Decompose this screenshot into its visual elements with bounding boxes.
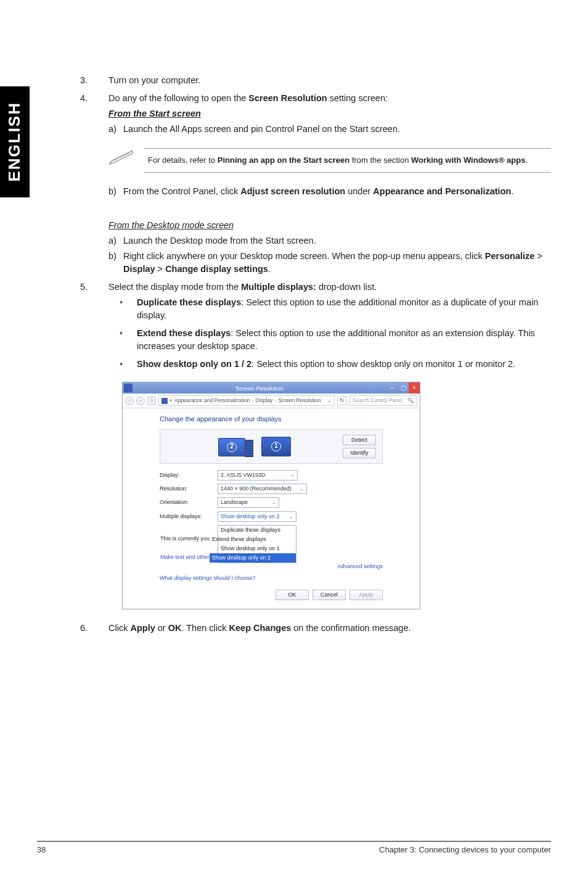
window-titlebar[interactable]: Screen Resolution – ▢ × xyxy=(123,382,420,394)
step-3-number: 3. xyxy=(80,74,108,87)
screen-resolution-window: Screen Resolution – ▢ × ‹ › ↑ « Appearan… xyxy=(122,382,420,609)
maximize-button[interactable]: ▢ xyxy=(398,382,409,394)
chevron-down-icon: ⌄ xyxy=(290,471,295,479)
svg-line-0 xyxy=(113,153,131,161)
orientation-select[interactable]: Landscape⌄ xyxy=(218,497,279,508)
breadcrumb[interactable]: « Appearance and Personalization› Displa… xyxy=(158,395,335,405)
step-4-number: 4. xyxy=(80,92,108,138)
window-icon xyxy=(124,384,133,392)
note-box: For details, refer to Pinning an app on … xyxy=(144,148,551,173)
search-icon: 🔍 xyxy=(407,397,414,404)
bullet-icon: • xyxy=(108,296,137,322)
from-desktop-heading: From the Desktop mode screen xyxy=(108,219,551,232)
ok-button[interactable]: OK xyxy=(276,590,309,600)
panel-heading: Change the appearance of your displays xyxy=(160,415,383,424)
language-tab: ENGLISH xyxy=(0,86,30,197)
step-4db-label: b) xyxy=(108,250,123,276)
cancel-button[interactable]: Cancel xyxy=(312,590,346,600)
display-label: Display: xyxy=(160,471,218,479)
bullet-2: Extend these displays: Select this optio… xyxy=(137,327,551,353)
advanced-settings-link[interactable]: Advanced settings xyxy=(337,563,383,571)
bullet-icon: • xyxy=(108,327,137,353)
multiple-displays-dropdown[interactable]: Duplicate these displays This is current… xyxy=(218,525,296,563)
step-4da-text: Launch the Desktop mode from the Start s… xyxy=(123,234,316,247)
step-5-intro: Select the display mode from the Multipl… xyxy=(108,281,551,294)
step-4a-text: Launch the All Apps screen and pin Contr… xyxy=(123,123,400,136)
step-4-intro: Do any of the following to open the Scre… xyxy=(108,92,551,105)
language-label: ENGLISH xyxy=(3,102,27,182)
page-number: 38 xyxy=(37,844,46,856)
multiple-displays-label: Multiple displays: xyxy=(160,513,218,521)
bullet-icon: • xyxy=(108,358,137,371)
monitor-preview[interactable]: 2 1 Detect Identify xyxy=(160,429,383,464)
step-6-text: Click Apply or OK. Then click Keep Chang… xyxy=(108,622,551,635)
pencil-icon xyxy=(108,148,133,170)
bullet-3: Show desktop only on 1 / 2: Select this … xyxy=(137,358,515,371)
monitor-2[interactable]: 2 xyxy=(218,438,245,456)
resolution-label: Resolution: xyxy=(160,485,218,493)
identify-button[interactable]: Identify xyxy=(343,448,376,458)
resolution-select[interactable]: 1440 × 900 (Recommended)⌄ xyxy=(218,484,307,494)
step-3-text: Turn on your computer. xyxy=(108,74,551,87)
what-settings-link[interactable]: What display settings should I choose? xyxy=(160,574,383,582)
step-4da-label: a) xyxy=(108,234,123,247)
step-5-number: 5. xyxy=(80,281,108,376)
search-input[interactable]: Search Control Panel 🔍 xyxy=(349,395,417,405)
apply-button[interactable]: Apply xyxy=(349,590,383,600)
nav-forward-button[interactable]: › xyxy=(136,397,145,405)
control-panel-icon xyxy=(161,398,168,404)
close-button[interactable]: × xyxy=(409,382,420,394)
chevron-down-icon[interactable]: ⌄ xyxy=(327,397,332,405)
step-6-number: 6. xyxy=(80,622,108,635)
detect-button[interactable]: Detect xyxy=(343,435,376,445)
bullet-1: Duplicate these displays: Select this op… xyxy=(137,296,551,322)
minimize-button[interactable]: – xyxy=(386,382,398,394)
make-text-link[interactable]: Make text and other xyxy=(160,553,210,563)
main-display-text: This is currently you xyxy=(160,535,210,544)
step-4b-text: From the Control Panel, click Adjust scr… xyxy=(123,185,513,198)
multiple-displays-select[interactable]: Show desktop only on 2⌄ xyxy=(218,511,296,522)
nav-up-button[interactable]: ↑ xyxy=(147,397,156,405)
chevron-down-icon: ⌄ xyxy=(300,485,304,493)
window-title: Screen Resolution xyxy=(133,384,386,393)
dd-option-only1[interactable]: Show desktop only on 1 xyxy=(218,544,296,553)
from-start-heading: From the Start screen xyxy=(108,107,551,120)
nav-back-button[interactable]: ‹ xyxy=(125,397,134,405)
refresh-button[interactable]: ↻ xyxy=(337,396,347,405)
display-select[interactable]: 2. ASUS VW193D⌄ xyxy=(218,470,298,481)
step-4a-label: a) xyxy=(108,123,123,136)
chapter-title: Chapter 3: Connecting devices to your co… xyxy=(379,844,551,856)
dd-option-only2[interactable]: Show desktop only on 2 xyxy=(210,553,296,563)
chevron-down-icon: ⌄ xyxy=(289,513,293,521)
step-4db-text: Right click anywhere on your Desktop mod… xyxy=(123,250,551,276)
dd-option-duplicate[interactable]: Duplicate these displays xyxy=(218,526,296,535)
dd-option-extend[interactable]: Extend these displays xyxy=(210,535,296,544)
step-4b-label: b) xyxy=(108,185,123,198)
chevron-down-icon: ⌄ xyxy=(272,499,276,506)
orientation-label: Orientation: xyxy=(160,498,218,506)
monitor-1[interactable]: 1 xyxy=(261,437,291,456)
